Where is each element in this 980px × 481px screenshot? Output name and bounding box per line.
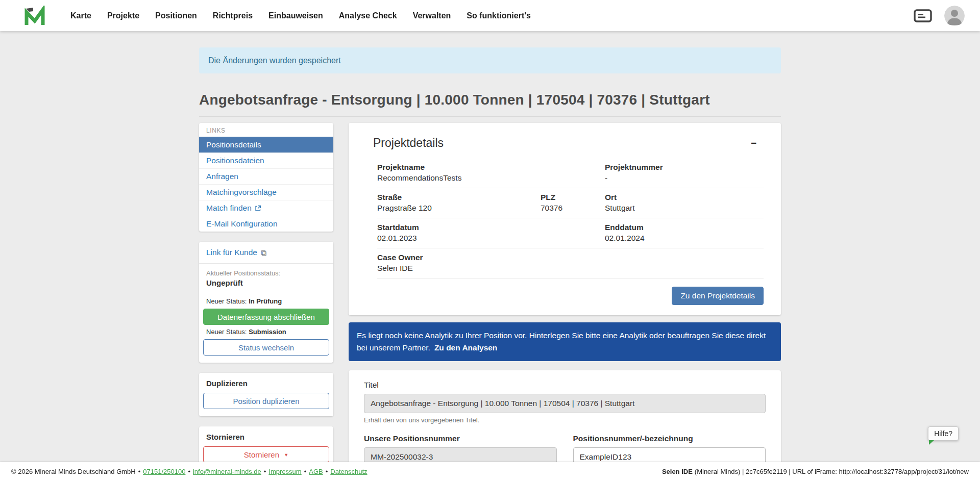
footer-separator: • bbox=[264, 468, 266, 475]
position-number-label: Positionsnummer/-bezeichnung bbox=[573, 434, 766, 443]
footer-copyright: © 2026 Mineral Minds Deutschland GmbH bbox=[11, 468, 136, 475]
footer-email-link[interactable]: info@mineral-minds.de bbox=[193, 468, 261, 475]
startdatum-label: Startdatum bbox=[377, 223, 605, 232]
mineral-minds-logo[interactable] bbox=[23, 5, 47, 27]
footer-phone-link[interactable]: 07151/250100 bbox=[143, 468, 185, 475]
sidebar-item-matchingvorschlaege[interactable]: Matchingvorschläge bbox=[199, 184, 333, 200]
case-owner-value: Selen IDE bbox=[377, 264, 413, 272]
main-navigation: Karte Projekte Positionen Richtpreis Ein… bbox=[70, 11, 531, 20]
duplicate-position-button[interactable]: Position duplizieren bbox=[203, 393, 329, 409]
next-status-2: Neuer Status: Submission bbox=[203, 325, 329, 339]
current-status-value: Ungeprüft bbox=[203, 277, 329, 294]
cancel-button[interactable]: Stornieren ▼ bbox=[203, 446, 329, 463]
main-content: Projektdetails − Projektname Recommendat… bbox=[349, 123, 781, 481]
cancel-title: Stornieren bbox=[203, 433, 329, 446]
top-navbar: Karte Projekte Positionen Richtpreis Ein… bbox=[0, 0, 980, 31]
page-title: Angebotsanfrage - Entsorgung | 10.000 To… bbox=[199, 92, 781, 108]
collapse-button[interactable]: − bbox=[751, 138, 756, 148]
nav-item-analyse-check[interactable]: Analyse Check bbox=[339, 11, 397, 20]
external-link-icon bbox=[255, 205, 261, 212]
sidebar-links-card: LINKS Positionsdetails Positionsdateien … bbox=[199, 123, 333, 232]
footer-separator: • bbox=[326, 468, 328, 475]
customer-link[interactable]: Link für Kunde ⧉ bbox=[199, 242, 333, 264]
footer: © 2026 Mineral Minds Deutschland GmbH • … bbox=[0, 462, 980, 481]
sidebar-item-positionsdetails[interactable]: Positionsdetails bbox=[199, 137, 333, 153]
title-divider bbox=[199, 116, 781, 117]
next-status-value: Submission bbox=[249, 328, 286, 336]
logo-m-icon bbox=[23, 6, 46, 26]
analytics-banner-text: Es liegt noch keine Analytik zu Ihrer Po… bbox=[357, 331, 766, 352]
card-reader-icon bbox=[914, 9, 932, 22]
projektnummer-value: - bbox=[605, 173, 607, 182]
enddatum-label: Enddatum bbox=[605, 223, 764, 232]
caret-down-icon: ▼ bbox=[284, 452, 288, 458]
footer-agb-link[interactable]: AGB bbox=[309, 468, 323, 475]
success-alert: Die Änderungen wurden gespeichert bbox=[199, 47, 781, 73]
nav-item-einbauweisen[interactable]: Einbauweisen bbox=[268, 11, 323, 20]
nav-item-verwalten[interactable]: Verwalten bbox=[413, 11, 451, 20]
project-row: Case Owner Selen IDE bbox=[377, 248, 764, 279]
plz-value: 70376 bbox=[541, 204, 562, 212]
strasse-label: Straße bbox=[377, 193, 541, 202]
strasse-value: Pragstraße 120 bbox=[377, 204, 432, 212]
footer-separator: • bbox=[138, 468, 141, 475]
analytics-link[interactable]: Zu den Analysen bbox=[434, 343, 497, 352]
footer-left: © 2026 Mineral Minds Deutschland GmbH • … bbox=[11, 468, 368, 475]
footer-user: Selen IDE bbox=[662, 468, 693, 475]
footer-separator: • bbox=[304, 468, 307, 475]
project-details-button[interactable]: Zu den Projektdetails bbox=[672, 287, 764, 305]
minus-icon: − bbox=[751, 138, 756, 148]
our-position-number-label: Unsere Positionsnummer bbox=[364, 434, 557, 443]
nav-item-projekte[interactable]: Projekte bbox=[107, 11, 139, 20]
project-row: Straße Pragstraße 120 PLZ 70376 Ort Stut… bbox=[377, 188, 764, 218]
user-avatar bbox=[944, 6, 965, 26]
titel-help: Erhält den von uns vorgegebenen Titel. bbox=[364, 416, 766, 424]
footer-separator: • bbox=[188, 468, 190, 475]
ort-value: Stuttgart bbox=[605, 204, 635, 212]
next-status-value: In Prüfung bbox=[249, 297, 282, 305]
nav-item-karte[interactable]: Karte bbox=[70, 11, 91, 20]
footer-right: Selen IDE (Mineral Minds) | 2c7c65fe2119… bbox=[662, 468, 969, 475]
customer-link-label: Link für Kunde bbox=[206, 248, 257, 257]
ort-label: Ort bbox=[605, 193, 764, 202]
project-row: Startdatum 02.01.2023 Enddatum 02.01.202… bbox=[377, 218, 764, 248]
nav-item-so-funktionierts[interactable]: So funktioniert's bbox=[467, 11, 531, 20]
links-header: LINKS bbox=[199, 123, 333, 137]
nav-item-positionen[interactable]: Positionen bbox=[155, 11, 197, 20]
duplicate-card: Duplizieren Position duplizieren bbox=[199, 373, 333, 416]
enddatum-value: 02.01.2024 bbox=[605, 234, 645, 242]
titel-input bbox=[364, 394, 766, 413]
card-reader-button[interactable] bbox=[914, 9, 932, 22]
status-card: Link für Kunde ⧉ Aktueller Positionsstat… bbox=[199, 242, 333, 363]
user-menu-button[interactable] bbox=[944, 6, 965, 26]
projektname-label: Projektname bbox=[377, 163, 605, 172]
sidebar-item-match-finden[interactable]: Match finden bbox=[199, 200, 333, 216]
match-finden-label: Match finden bbox=[206, 204, 252, 213]
current-status-label: Aktueller Positionsstatus: bbox=[203, 269, 329, 277]
next-status-prefix: Neuer Status: bbox=[206, 297, 247, 305]
projektname-value: RecommendationsTests bbox=[377, 173, 461, 182]
complete-data-entry-button[interactable]: Datenerfassung abschließen bbox=[203, 309, 329, 325]
cancel-button-label: Stornieren bbox=[244, 450, 279, 459]
footer-datenschutz-link[interactable]: Datenschutz bbox=[330, 468, 367, 475]
sidebar-item-anfragen[interactable]: Anfragen bbox=[199, 168, 333, 184]
sidebar-item-email-konfiguration[interactable]: E-Mail Konfiguration bbox=[199, 216, 333, 232]
sidebar: LINKS Positionsdetails Positionsdateien … bbox=[199, 123, 333, 480]
case-owner-label: Case Owner bbox=[377, 253, 605, 262]
page-scroll-area: Die Änderungen wurden gespeichert Angebo… bbox=[0, 31, 980, 481]
next-status-prefix: Neuer Status: bbox=[206, 328, 247, 336]
startdatum-value: 02.01.2023 bbox=[377, 234, 417, 242]
titel-label: Titel bbox=[364, 381, 766, 390]
nav-item-richtpreis[interactable]: Richtpreis bbox=[213, 11, 253, 20]
switch-status-button[interactable]: Status wechseln bbox=[203, 339, 329, 356]
copy-icon: ⧉ bbox=[261, 249, 266, 257]
footer-session-meta: (Mineral Minds) | 2c7c65fe2119 | URL of … bbox=[695, 468, 969, 475]
footer-impressum-link[interactable]: Impressum bbox=[268, 468, 301, 475]
alert-message: Die Änderungen wurden gespeichert bbox=[208, 56, 341, 65]
projektnummer-label: Projektnummer bbox=[605, 163, 764, 172]
analytics-banner: Es liegt noch keine Analytik zu Ihrer Po… bbox=[349, 322, 781, 361]
duplicate-title: Duplizieren bbox=[203, 379, 329, 393]
next-status-1: Neuer Status: In Prüfung bbox=[203, 294, 329, 309]
sidebar-item-positionsdateien[interactable]: Positionsdateien bbox=[199, 153, 333, 168]
help-button[interactable]: Hilfe? bbox=[928, 426, 959, 441]
